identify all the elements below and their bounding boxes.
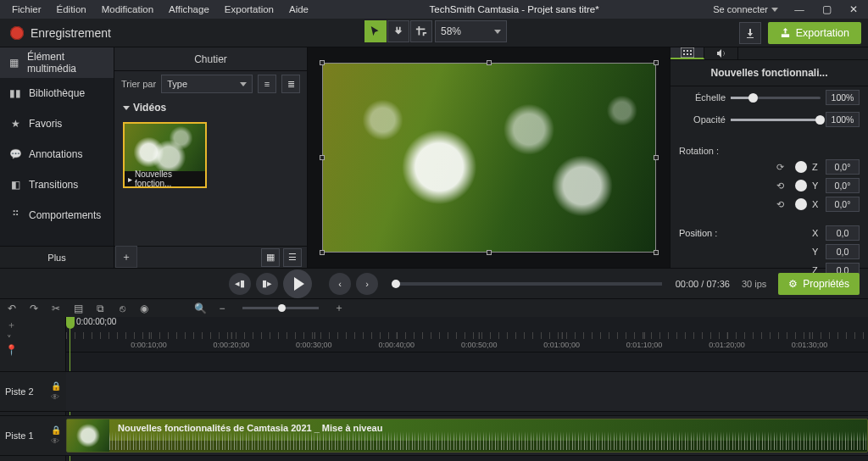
clip-name: Nouvelles fonction... — [135, 169, 202, 188]
clip-thumbnail — [67, 419, 109, 452]
resize-handle[interactable] — [487, 250, 492, 255]
media-icon: ▦ — [8, 57, 20, 69]
zoom-in-button[interactable]: ＋ — [332, 301, 346, 315]
rotation-x-value[interactable]: 0,0° — [826, 197, 860, 212]
rotation-y-value[interactable]: 0,0° — [826, 178, 860, 193]
sidebar-more[interactable]: Plus — [0, 246, 114, 268]
track-header-2[interactable]: Piste 2 🔒👁 — [0, 371, 66, 412]
prev-frame-button[interactable]: ◂▮ — [229, 273, 251, 295]
zoom-fit-button[interactable]: 🔍 — [193, 303, 207, 314]
next-frame-button[interactable]: ▮▸ — [256, 273, 278, 295]
sort-desc-button[interactable]: ≣ — [281, 75, 300, 93]
signin-dropdown[interactable]: Se connecter — [713, 4, 778, 14]
rotation-y-knob[interactable] — [795, 180, 807, 192]
add-media-button[interactable]: ＋ — [115, 246, 137, 268]
record-button[interactable]: Enregistrement — [0, 19, 121, 47]
menu-export[interactable]: Exportation — [218, 3, 281, 16]
timeline-zoom-slider[interactable] — [242, 307, 319, 309]
rotate-y-icon: ⟲ — [776, 181, 792, 192]
tool-crop[interactable] — [410, 20, 432, 42]
window-maximize[interactable]: ▢ — [821, 3, 832, 15]
canvas-selection[interactable] — [322, 63, 656, 253]
bin-view-list[interactable]: ☰ — [283, 248, 302, 267]
track-visible-icon[interactable]: 👁 — [51, 392, 61, 402]
zoom-out-button[interactable]: − — [215, 303, 229, 314]
opacity-slider[interactable] — [731, 119, 821, 121]
rotation-z-knob[interactable] — [795, 161, 807, 173]
menu-file[interactable]: Fichier — [5, 3, 48, 16]
seek-bar[interactable] — [392, 282, 662, 286]
resize-handle[interactable] — [320, 250, 325, 255]
download-button[interactable] — [739, 22, 761, 44]
opacity-value[interactable]: 100% — [826, 112, 860, 127]
window-close[interactable]: ✕ — [848, 3, 860, 15]
track-lock-icon[interactable]: 🔒 — [51, 425, 61, 435]
props-tab-audio[interactable] — [704, 47, 738, 59]
track-visible-icon[interactable]: 👁 — [51, 436, 61, 446]
export-button[interactable]: Exportation — [768, 22, 861, 44]
menu-modify[interactable]: Modification — [95, 3, 160, 16]
resize-handle[interactable] — [654, 60, 659, 65]
rotation-x-knob[interactable] — [795, 198, 807, 210]
prev-marker-button[interactable]: ‹ — [329, 273, 351, 295]
track-body-1[interactable]: Nouvelles fonctionnalités de Camtasia 20… — [66, 415, 868, 456]
resize-handle[interactable] — [654, 250, 659, 255]
sidebar-transitions[interactable]: ◧Transitions — [0, 169, 114, 200]
bin-view-grid[interactable]: ▦ — [261, 248, 280, 267]
sort-asc-button[interactable]: ≡ — [258, 75, 276, 93]
resize-handle[interactable] — [654, 155, 659, 160]
time-display: 00:00 / 07:36 — [676, 279, 730, 289]
play-button[interactable] — [283, 269, 312, 298]
redo-button[interactable]: ↷ — [27, 303, 41, 314]
split-button[interactable]: ⎋ — [115, 303, 129, 314]
sidebar-behaviors[interactable]: ⠛Comportements — [0, 200, 114, 230]
sidebar-favorites[interactable]: ★Favoris — [0, 108, 114, 139]
next-marker-button[interactable]: › — [356, 273, 378, 295]
cut-button[interactable]: ✂ — [49, 303, 63, 314]
tool-select[interactable] — [364, 20, 387, 42]
position-x-value[interactable]: 0,0 — [826, 225, 860, 241]
position-y-value[interactable]: 0,0 — [826, 244, 860, 259]
sidebar-media[interactable]: ▦Élément multimédia — [0, 47, 114, 78]
rotation-z-value[interactable]: 0,0° — [826, 159, 860, 175]
record-label: Enregistrement — [31, 26, 111, 40]
menu-view[interactable]: Affichage — [162, 3, 216, 16]
menu-help[interactable]: Aide — [282, 3, 315, 16]
timeline-clip[interactable]: Nouvelles fonctionnalités de Camtasia 20… — [66, 419, 868, 453]
sidebar-library[interactable]: ▮▮Bibliothèque — [0, 78, 114, 108]
media-clip-thumbnail[interactable]: ▸Nouvelles fonction... — [123, 122, 207, 188]
star-icon: ★ — [8, 118, 22, 130]
props-title: Nouvelles fonctionnali... — [670, 60, 868, 86]
scale-label: Échelle — [679, 92, 726, 103]
props-tab-visual[interactable] — [670, 47, 704, 59]
paste-button[interactable]: ⧉ — [93, 303, 107, 314]
sidebar-annotations[interactable]: 💬Annotations — [0, 139, 114, 169]
track-header-1[interactable]: Piste 1 🔒👁 — [0, 415, 66, 456]
rotate-z-icon: ⟳ — [776, 162, 792, 173]
canvas[interactable] — [308, 47, 670, 268]
media-bin: Chutier Trier par Type ≡ ≣ Vidéos ▸Nouve… — [114, 47, 308, 268]
clip-waveform — [109, 431, 867, 450]
bin-category[interactable]: Vidéos — [114, 97, 307, 119]
copy-button[interactable]: ▤ — [71, 303, 85, 314]
track-lock-icon[interactable]: 🔒 — [51, 381, 61, 391]
chevron-down-icon — [494, 30, 501, 34]
timeline-ruler[interactable]: 0:00:00;00 0:00:10;00 0:00:20;00 0:00:30… — [66, 317, 868, 353]
resize-handle[interactable] — [487, 60, 492, 65]
menu-edit[interactable]: Édition — [50, 3, 93, 16]
track-body-2[interactable] — [66, 371, 868, 412]
canvas-zoom-dropdown[interactable]: 58% — [435, 20, 507, 42]
scale-slider[interactable] — [731, 97, 821, 99]
window-minimize[interactable]: — — [793, 4, 805, 14]
tool-pan[interactable] — [387, 20, 409, 42]
resize-handle[interactable] — [320, 155, 325, 160]
resize-handle[interactable] — [320, 60, 325, 65]
track-add-button[interactable]: ＋ — [7, 319, 16, 331]
fps-display: 30 ips — [742, 279, 766, 289]
properties-button[interactable]: ⚙Propriétés — [778, 273, 860, 295]
sort-dropdown[interactable]: Type — [161, 75, 253, 93]
seek-thumb[interactable] — [392, 280, 400, 288]
scale-value[interactable]: 100% — [826, 90, 860, 105]
undo-button[interactable]: ↶ — [5, 303, 19, 314]
screenshot-button[interactable]: ◉ — [137, 303, 151, 314]
